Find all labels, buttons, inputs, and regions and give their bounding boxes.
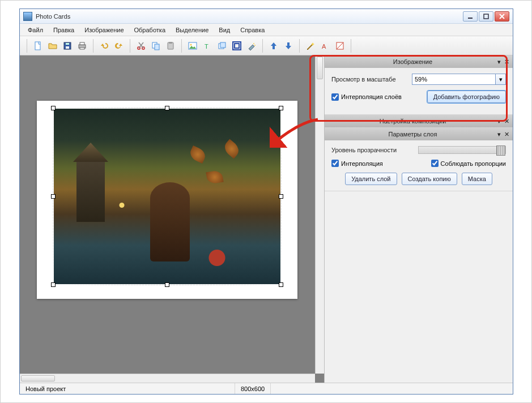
vertical-scrollbar[interactable] xyxy=(315,55,324,374)
panel-layer: Параметры слоя ▾ ✕ Уровень прозрачности xyxy=(325,128,513,191)
svg-text:A: A xyxy=(322,43,326,50)
canvas[interactable] xyxy=(37,101,297,299)
menu-process[interactable]: Обработка xyxy=(130,25,170,35)
frame-icon[interactable] xyxy=(231,40,243,52)
svg-text:T: T xyxy=(205,43,208,50)
toolbar: T A xyxy=(20,36,513,55)
close-panel-icon[interactable]: ✕ xyxy=(504,118,509,125)
resize-handle[interactable] xyxy=(51,106,56,110)
print-icon[interactable] xyxy=(76,40,88,52)
panel-title: Настройка композиции xyxy=(328,118,497,125)
svg-point-25 xyxy=(254,45,256,46)
svg-rect-1 xyxy=(484,14,488,19)
resize-handle[interactable] xyxy=(165,106,169,110)
svg-rect-23 xyxy=(235,44,239,48)
resize-handle[interactable] xyxy=(165,282,169,287)
keep-aspect-checkbox[interactable]: Соблюдать пропорции xyxy=(431,160,506,167)
scrollbar-thumb[interactable] xyxy=(317,57,323,79)
down-icon[interactable] xyxy=(282,40,295,52)
selection-box[interactable] xyxy=(53,108,282,285)
opacity-label: Уровень прозрачности xyxy=(331,147,418,153)
redo-icon[interactable] xyxy=(113,40,125,52)
side-panel: Изображение ▾ ✕ Просмотр в масштабе ▾ xyxy=(325,55,513,383)
menu-file[interactable]: Файл xyxy=(23,25,48,35)
resize-handle[interactable] xyxy=(279,194,283,199)
canvas-area[interactable] xyxy=(20,55,325,383)
layer-icon[interactable] xyxy=(216,40,228,52)
titlebar: Photo Cards xyxy=(20,9,513,24)
up-icon[interactable] xyxy=(267,40,280,52)
menu-edit[interactable]: Правка xyxy=(49,25,79,35)
mask-button[interactable]: Маска xyxy=(462,173,492,185)
svg-rect-21 xyxy=(220,42,225,48)
paste-icon[interactable] xyxy=(164,40,177,52)
panel-title: Параметры слоя xyxy=(328,131,497,138)
close-button[interactable] xyxy=(495,11,509,22)
interpolate-layers-checkbox[interactable]: Интерполяция слоёв xyxy=(331,93,402,101)
panel-title: Изображение xyxy=(328,58,497,65)
open-icon[interactable] xyxy=(46,40,59,52)
menu-image[interactable]: Изображение xyxy=(80,25,128,35)
horizontal-scrollbar[interactable] xyxy=(20,374,315,383)
svg-rect-9 xyxy=(80,42,84,45)
zoom-dropdown-icon[interactable]: ▾ xyxy=(496,74,506,85)
zoom-input[interactable] xyxy=(412,74,496,85)
svg-point-24 xyxy=(253,43,254,44)
effects-icon[interactable] xyxy=(245,40,258,52)
svg-point-18 xyxy=(190,44,192,45)
menu-view[interactable]: Вид xyxy=(214,25,235,35)
minimize-button[interactable] xyxy=(463,11,478,22)
image-icon[interactable] xyxy=(186,40,199,52)
status-dimensions: 800x600 xyxy=(235,383,271,394)
window-title: Photo Cards xyxy=(36,13,463,20)
new-icon[interactable] xyxy=(32,40,44,52)
status-project: Новый проект xyxy=(20,383,235,394)
cut-icon[interactable] xyxy=(135,40,147,52)
svg-rect-16 xyxy=(169,42,172,44)
statusbar: Новый проект 800x600 xyxy=(20,383,513,394)
opacity-slider[interactable] xyxy=(418,146,506,154)
resize-handle[interactable] xyxy=(279,106,283,110)
collapse-icon[interactable]: ▾ xyxy=(497,58,501,66)
undo-icon[interactable] xyxy=(98,40,110,52)
maximize-button[interactable] xyxy=(479,11,493,22)
menu-help[interactable]: Справка xyxy=(236,25,269,35)
svg-rect-14 xyxy=(155,44,159,50)
save-icon[interactable] xyxy=(61,40,74,52)
delete-layer-button[interactable]: Удалить слой xyxy=(345,173,397,185)
panel-image: Изображение ▾ ✕ Просмотр в масштабе ▾ xyxy=(325,55,513,115)
app-icon xyxy=(23,12,32,21)
wand-icon[interactable] xyxy=(304,40,317,52)
svg-rect-4 xyxy=(35,42,40,50)
application-window: Photo Cards Файл Правка Изображение Обра… xyxy=(19,8,513,395)
close-panel-icon[interactable]: ✕ xyxy=(504,131,509,138)
scrollbar-thumb[interactable] xyxy=(21,375,55,381)
slider-grip[interactable] xyxy=(496,145,505,156)
svg-rect-6 xyxy=(66,46,69,49)
menu-selection[interactable]: Выделение xyxy=(171,25,213,35)
add-photo-button[interactable]: Добавить фотографию xyxy=(427,91,506,103)
resize-handle[interactable] xyxy=(51,282,56,287)
resize-handle[interactable] xyxy=(51,194,56,199)
panel-composition: Настройка композиции ▾ ✕ xyxy=(325,115,513,128)
resize-handle[interactable] xyxy=(279,282,283,287)
copy-icon[interactable] xyxy=(150,40,162,52)
svg-rect-10 xyxy=(80,48,84,49)
duplicate-layer-button[interactable]: Создать копию xyxy=(402,173,457,185)
adjust-icon[interactable] xyxy=(334,40,346,52)
zoom-label: Просмотр в масштабе xyxy=(331,76,412,83)
menubar: Файл Правка Изображение Обработка Выделе… xyxy=(20,24,513,36)
collapse-icon[interactable]: ▾ xyxy=(497,118,501,125)
collapse-icon[interactable]: ▾ xyxy=(497,131,501,138)
svg-rect-7 xyxy=(66,43,69,45)
close-panel-icon[interactable]: ✕ xyxy=(504,58,509,66)
interpolation-checkbox[interactable]: Интерполяция xyxy=(331,160,383,167)
text-style-icon[interactable]: A xyxy=(319,40,331,52)
text-icon[interactable]: T xyxy=(201,40,214,52)
